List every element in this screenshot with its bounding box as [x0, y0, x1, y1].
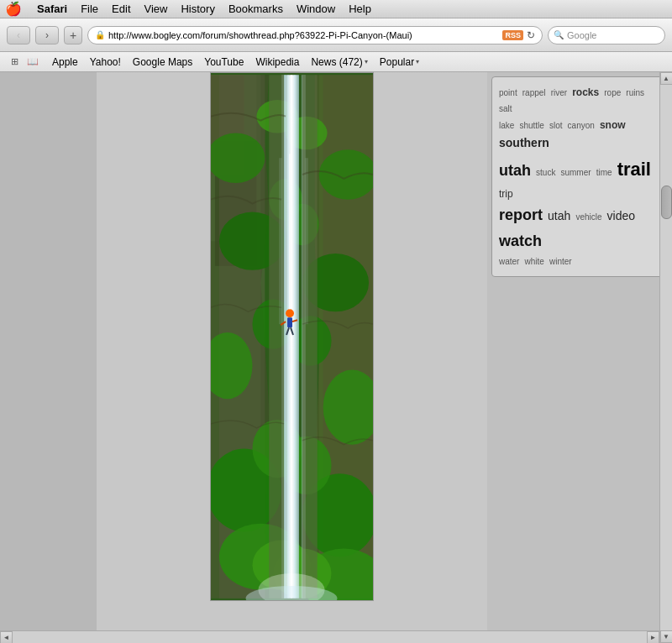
menu-window[interactable]: Window — [290, 2, 342, 16]
scroll-up-icon: ▲ — [663, 75, 669, 82]
menu-history[interactable]: History — [174, 2, 221, 16]
add-tab-button[interactable]: + — [64, 26, 82, 44]
scroll-right-icon: ► — [650, 634, 657, 641]
search-icon: 🔍 — [554, 30, 564, 39]
scroll-thumb[interactable] — [661, 186, 672, 219]
menubar: 🍎 Safari File Edit View History Bookmark… — [0, 0, 672, 18]
scroll-down-icon: ▼ — [663, 633, 669, 640]
tag-utah2[interactable]: utah — [548, 209, 570, 222]
tag-slot[interactable]: slot — [549, 121, 563, 130]
right-panel: point rappel river rocks rope ruins salt… — [487, 72, 672, 643]
back-button[interactable]: ‹ — [7, 26, 30, 44]
menu-file[interactable]: File — [74, 2, 105, 16]
waterfall-svg — [211, 73, 373, 600]
center-content — [97, 72, 487, 643]
scroll-left-button[interactable]: ◄ — [0, 631, 13, 644]
bookmark-news[interactable]: News (472) ▾ — [306, 55, 372, 70]
address-bar[interactable]: 🔒 http://www.bogley.com/forum/showthread… — [87, 26, 543, 44]
back-icon: ‹ — [17, 29, 20, 41]
tag-rope[interactable]: rope — [604, 88, 621, 97]
forward-icon: › — [45, 29, 49, 41]
content-area: point rappel river rocks rope ruins salt… — [0, 72, 672, 643]
bookmarks-bar: ⊞ 📖 Apple Yahoo! Google Maps YouTube Wik… — [0, 52, 672, 72]
tag-ruins[interactable]: ruins — [626, 88, 644, 97]
news-dropdown-arrow: ▾ — [365, 58, 368, 65]
tag-winter[interactable]: winter — [549, 257, 572, 266]
scroll-down-button[interactable]: ▼ — [660, 630, 673, 643]
popular-dropdown-arrow: ▾ — [416, 58, 419, 65]
scroll-h-track[interactable] — [13, 631, 647, 644]
refresh-button[interactable]: ↻ — [527, 29, 535, 41]
show-all-tabs-icon[interactable]: ⊞ — [7, 55, 22, 70]
tag-cloud-content: point rappel river rocks rope ruins salt… — [499, 84, 656, 269]
tag-snow[interactable]: snow — [600, 119, 626, 131]
url-text: http://www.bogley.com/forum/showthread.p… — [108, 30, 499, 40]
tag-report[interactable]: report — [499, 206, 543, 223]
tag-rappel[interactable]: rappel — [522, 88, 546, 97]
tag-lake[interactable]: lake — [499, 121, 514, 130]
forward-button[interactable]: › — [35, 26, 59, 44]
menu-view[interactable]: View — [138, 2, 175, 16]
bookmark-google-maps[interactable]: Google Maps — [128, 55, 197, 70]
tag-cloud-box: point rappel river rocks rope ruins salt… — [491, 76, 664, 277]
tag-salt[interactable]: salt — [499, 104, 512, 113]
bookmark-icons: ⊞ 📖 — [7, 55, 40, 70]
scroll-up-button[interactable]: ▲ — [660, 72, 673, 85]
tag-shuttle[interactable]: shuttle — [519, 121, 543, 130]
add-icon: + — [70, 29, 76, 42]
menu-help[interactable]: Help — [342, 2, 378, 16]
tag-river[interactable]: river — [551, 88, 567, 97]
menu-safari[interactable]: Safari — [30, 2, 74, 16]
bookmark-youtube[interactable]: YouTube — [199, 55, 249, 70]
tag-stuck[interactable]: stuck — [536, 168, 555, 177]
menu-edit[interactable]: Edit — [105, 2, 137, 16]
tag-canyon[interactable]: canyon — [568, 121, 595, 130]
scroll-right-button[interactable]: ► — [647, 631, 659, 644]
svg-rect-36 — [269, 75, 284, 599]
reading-list-icon[interactable]: 📖 — [25, 55, 40, 70]
svg-rect-37 — [302, 75, 318, 599]
tag-summer[interactable]: summer — [560, 168, 591, 177]
apple-menu[interactable]: 🍎 — [5, 1, 22, 17]
waterfall-image — [210, 72, 374, 601]
toolbar: ‹ › + 🔒 http://www.bogley.com/forum/show… — [0, 18, 672, 52]
svg-rect-39 — [287, 317, 292, 327]
search-placeholder: Google — [567, 30, 596, 40]
scroll-left-icon: ◄ — [3, 634, 10, 641]
bookmark-apple[interactable]: Apple — [47, 55, 83, 70]
tag-point[interactable]: point — [499, 88, 517, 97]
scroll-track[interactable] — [660, 85, 673, 630]
lock-icon: 🔒 — [95, 30, 105, 39]
left-sidebar — [0, 72, 97, 643]
tag-rocks[interactable]: rocks — [572, 86, 599, 98]
tag-time[interactable]: time — [596, 168, 612, 177]
vertical-scrollbar: ▲ ▼ — [659, 72, 672, 643]
tag-trail[interactable]: trail — [617, 159, 651, 180]
tag-trip[interactable]: trip — [499, 188, 513, 200]
svg-point-38 — [286, 309, 294, 317]
rss-badge[interactable]: RSS — [502, 30, 523, 40]
tag-water[interactable]: water — [499, 257, 519, 266]
tag-white[interactable]: white — [525, 257, 544, 266]
horizontal-scrollbar: ◄ ► — [0, 630, 659, 643]
bookmark-yahoo[interactable]: Yahoo! — [85, 55, 126, 70]
tag-utah[interactable]: utah — [499, 162, 531, 179]
search-bar[interactable]: 🔍 Google — [548, 26, 665, 44]
tag-video[interactable]: video — [607, 209, 635, 222]
menu-bookmarks[interactable]: Bookmarks — [222, 2, 290, 16]
tag-southern[interactable]: southern — [499, 136, 549, 149]
tag-vehicle[interactable]: vehicle — [575, 212, 601, 222]
tag-watch[interactable]: watch — [499, 233, 542, 249]
bookmark-wikipedia[interactable]: Wikipedia — [250, 55, 304, 70]
bookmark-popular[interactable]: Popular ▾ — [375, 55, 424, 70]
